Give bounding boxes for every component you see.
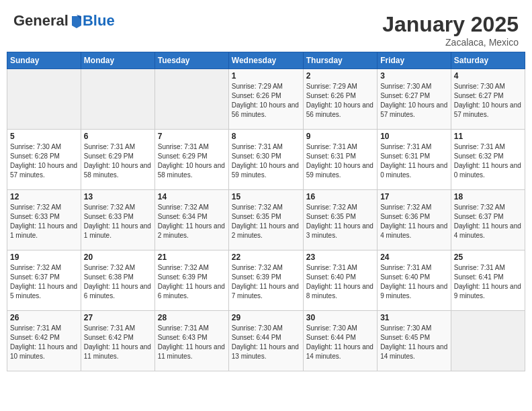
logo-text-general: General xyxy=(13,12,69,30)
calendar-week-row: 19Sunrise: 7:32 AM Sunset: 6:37 PM Dayli… xyxy=(7,250,525,311)
calendar-cell xyxy=(81,69,154,130)
day-info: Sunrise: 7:31 AM Sunset: 6:40 PM Dayligh… xyxy=(306,263,374,301)
day-info: Sunrise: 7:30 AM Sunset: 6:44 PM Dayligh… xyxy=(306,324,374,361)
day-info: Sunrise: 7:31 AM Sunset: 6:43 PM Dayligh… xyxy=(158,324,226,361)
calendar-cell: 2Sunrise: 7:29 AM Sunset: 6:26 PM Daylig… xyxy=(303,69,377,130)
day-info: Sunrise: 7:31 AM Sunset: 6:29 PM Dayligh… xyxy=(84,142,152,180)
calendar-cell: 14Sunrise: 7:32 AM Sunset: 6:34 PM Dayli… xyxy=(154,190,228,250)
day-info: Sunrise: 7:32 AM Sunset: 6:33 PM Dayligh… xyxy=(10,203,78,240)
weekday-header-monday: Monday xyxy=(81,52,154,69)
day-number: 17 xyxy=(380,192,448,201)
day-info: Sunrise: 7:32 AM Sunset: 6:35 PM Dayligh… xyxy=(306,203,374,240)
calendar-cell: 26Sunrise: 7:31 AM Sunset: 6:42 PM Dayli… xyxy=(7,311,81,371)
calendar-cell: 6Sunrise: 7:31 AM Sunset: 6:29 PM Daylig… xyxy=(81,130,154,190)
calendar-cell: 24Sunrise: 7:31 AM Sunset: 6:40 PM Dayli… xyxy=(378,250,451,311)
calendar-cell: 20Sunrise: 7:32 AM Sunset: 6:38 PM Dayli… xyxy=(81,250,154,311)
calendar-cell: 8Sunrise: 7:31 AM Sunset: 6:30 PM Daylig… xyxy=(228,130,303,190)
calendar-cell: 25Sunrise: 7:31 AM Sunset: 6:41 PM Dayli… xyxy=(451,250,525,311)
day-info: Sunrise: 7:32 AM Sunset: 6:39 PM Dayligh… xyxy=(158,263,226,301)
day-number: 9 xyxy=(306,132,374,141)
calendar-cell: 16Sunrise: 7:32 AM Sunset: 6:35 PM Dayli… xyxy=(303,190,377,250)
weekday-header-wednesday: Wednesday xyxy=(228,52,303,69)
calendar-week-row: 12Sunrise: 7:32 AM Sunset: 6:33 PM Dayli… xyxy=(7,190,525,250)
day-info: Sunrise: 7:30 AM Sunset: 6:45 PM Dayligh… xyxy=(380,324,448,361)
day-info: Sunrise: 7:31 AM Sunset: 6:31 PM Dayligh… xyxy=(306,142,374,180)
calendar-cell: 28Sunrise: 7:31 AM Sunset: 6:43 PM Dayli… xyxy=(154,311,228,371)
calendar-cell: 3Sunrise: 7:30 AM Sunset: 6:27 PM Daylig… xyxy=(378,69,451,130)
day-number: 29 xyxy=(232,313,300,322)
day-number: 20 xyxy=(84,253,152,262)
day-number: 12 xyxy=(10,192,78,201)
day-number: 8 xyxy=(232,132,300,141)
day-info: Sunrise: 7:32 AM Sunset: 6:37 PM Dayligh… xyxy=(454,203,522,240)
day-number: 30 xyxy=(306,313,374,322)
calendar-week-row: 1Sunrise: 7:29 AM Sunset: 6:26 PM Daylig… xyxy=(7,69,525,130)
day-number: 7 xyxy=(158,132,226,141)
calendar-cell: 5Sunrise: 7:30 AM Sunset: 6:28 PM Daylig… xyxy=(7,130,81,190)
day-number: 14 xyxy=(158,192,226,201)
day-info: Sunrise: 7:30 AM Sunset: 6:27 PM Dayligh… xyxy=(380,82,448,120)
day-number: 28 xyxy=(158,313,226,322)
day-info: Sunrise: 7:31 AM Sunset: 6:30 PM Dayligh… xyxy=(232,142,300,180)
weekday-header-row: SundayMondayTuesdayWednesdayThursdayFrid… xyxy=(7,52,525,69)
day-number: 24 xyxy=(380,253,448,262)
calendar-cell: 22Sunrise: 7:32 AM Sunset: 6:39 PM Dayli… xyxy=(228,250,303,311)
calendar-cell: 15Sunrise: 7:32 AM Sunset: 6:35 PM Dayli… xyxy=(228,190,303,250)
day-number: 2 xyxy=(306,71,374,81)
weekday-header-saturday: Saturday xyxy=(451,52,525,69)
day-number: 4 xyxy=(454,71,522,81)
calendar-cell: 4Sunrise: 7:30 AM Sunset: 6:27 PM Daylig… xyxy=(451,69,525,130)
day-number: 5 xyxy=(10,132,78,141)
day-number: 11 xyxy=(454,132,522,141)
calendar-week-row: 26Sunrise: 7:31 AM Sunset: 6:42 PM Dayli… xyxy=(7,311,525,371)
calendar-cell: 29Sunrise: 7:30 AM Sunset: 6:44 PM Dayli… xyxy=(228,311,303,371)
calendar-cell: 21Sunrise: 7:32 AM Sunset: 6:39 PM Dayli… xyxy=(154,250,228,311)
day-number: 10 xyxy=(380,132,448,141)
day-number: 6 xyxy=(84,132,152,141)
calendar-cell: 27Sunrise: 7:31 AM Sunset: 6:42 PM Dayli… xyxy=(81,311,154,371)
calendar-cell: 13Sunrise: 7:32 AM Sunset: 6:33 PM Dayli… xyxy=(81,190,154,250)
title-block: January 2025 Zacalaca, Mexico xyxy=(382,12,519,48)
day-info: Sunrise: 7:31 AM Sunset: 6:32 PM Dayligh… xyxy=(454,142,522,180)
logo-text-blue: Blue xyxy=(83,12,115,30)
calendar-cell: 11Sunrise: 7:31 AM Sunset: 6:32 PM Dayli… xyxy=(451,130,525,190)
calendar-cell xyxy=(7,69,81,130)
calendar-cell: 10Sunrise: 7:31 AM Sunset: 6:31 PM Dayli… xyxy=(378,130,451,190)
page-header: General Blue January 2025 Zacalaca, Mexi… xyxy=(7,7,525,52)
day-number: 21 xyxy=(158,253,226,262)
day-info: Sunrise: 7:31 AM Sunset: 6:42 PM Dayligh… xyxy=(10,324,78,361)
weekday-header-friday: Friday xyxy=(378,52,451,69)
weekday-header-sunday: Sunday xyxy=(7,52,81,69)
calendar-table: SundayMondayTuesdayWednesdayThursdayFrid… xyxy=(7,52,525,371)
day-number: 27 xyxy=(84,313,152,322)
calendar-cell: 17Sunrise: 7:32 AM Sunset: 6:36 PM Dayli… xyxy=(378,190,451,250)
calendar-cell xyxy=(154,69,228,130)
day-info: Sunrise: 7:30 AM Sunset: 6:27 PM Dayligh… xyxy=(454,82,522,120)
weekday-header-thursday: Thursday xyxy=(303,52,377,69)
day-info: Sunrise: 7:32 AM Sunset: 6:37 PM Dayligh… xyxy=(10,263,78,301)
day-info: Sunrise: 7:31 AM Sunset: 6:42 PM Dayligh… xyxy=(84,324,152,361)
location-subtitle: Zacalaca, Mexico xyxy=(382,37,519,48)
logo: General Blue xyxy=(13,12,115,30)
day-info: Sunrise: 7:31 AM Sunset: 6:29 PM Dayligh… xyxy=(158,142,226,180)
calendar-cell: 18Sunrise: 7:32 AM Sunset: 6:37 PM Dayli… xyxy=(451,190,525,250)
day-info: Sunrise: 7:32 AM Sunset: 6:33 PM Dayligh… xyxy=(84,203,152,240)
day-info: Sunrise: 7:32 AM Sunset: 6:34 PM Dayligh… xyxy=(158,203,226,240)
day-info: Sunrise: 7:32 AM Sunset: 6:36 PM Dayligh… xyxy=(380,203,448,240)
day-info: Sunrise: 7:32 AM Sunset: 6:35 PM Dayligh… xyxy=(232,203,300,240)
day-number: 18 xyxy=(454,192,522,201)
day-number: 1 xyxy=(232,71,300,81)
day-info: Sunrise: 7:31 AM Sunset: 6:31 PM Dayligh… xyxy=(380,142,448,180)
day-number: 26 xyxy=(10,313,78,322)
day-number: 15 xyxy=(232,192,300,201)
calendar-cell: 23Sunrise: 7:31 AM Sunset: 6:40 PM Dayli… xyxy=(303,250,377,311)
day-info: Sunrise: 7:30 AM Sunset: 6:28 PM Dayligh… xyxy=(10,142,78,180)
calendar-cell: 30Sunrise: 7:30 AM Sunset: 6:44 PM Dayli… xyxy=(303,311,377,371)
day-info: Sunrise: 7:32 AM Sunset: 6:38 PM Dayligh… xyxy=(84,263,152,301)
day-number: 22 xyxy=(232,253,300,262)
day-number: 3 xyxy=(380,71,448,81)
month-title: January 2025 xyxy=(382,12,519,37)
calendar-cell: 19Sunrise: 7:32 AM Sunset: 6:37 PM Dayli… xyxy=(7,250,81,311)
calendar-week-row: 5Sunrise: 7:30 AM Sunset: 6:28 PM Daylig… xyxy=(7,130,525,190)
calendar-cell: 1Sunrise: 7:29 AM Sunset: 6:26 PM Daylig… xyxy=(228,69,303,130)
